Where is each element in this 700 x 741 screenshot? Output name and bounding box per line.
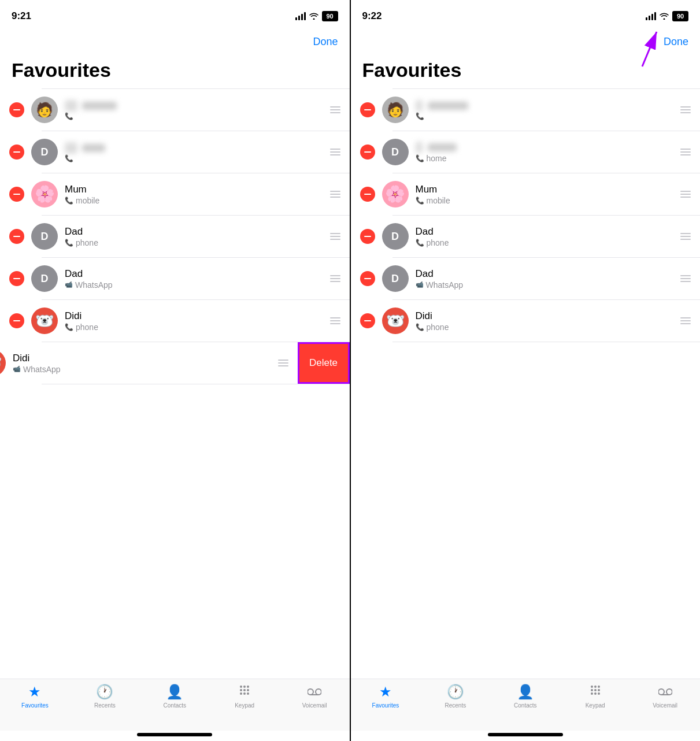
- svg-point-19: [598, 689, 600, 691]
- tab-voicemail-right[interactable]: Voicemail: [630, 684, 700, 709]
- tab-favourites-left[interactable]: ★ Favourites: [0, 684, 70, 709]
- svg-point-20: [591, 692, 593, 695]
- item-name: Dad: [416, 226, 676, 238]
- item-sub-label: home: [427, 154, 447, 163]
- reorder-handle[interactable]: [680, 275, 691, 282]
- reorder-handle[interactable]: [278, 360, 288, 366]
- svg-point-10: [316, 689, 321, 695]
- item-name: Mum: [65, 184, 325, 195]
- battery-left: 90: [322, 11, 338, 21]
- keypad-icon: [589, 684, 602, 700]
- tab-favourites-right[interactable]: ★ Favourites: [351, 684, 421, 709]
- item-info: D​​ 📞: [416, 100, 676, 120]
- delete-minus-btn[interactable]: [9, 229, 24, 244]
- delete-button[interactable]: Delete: [298, 342, 350, 384]
- swiped-list-item: 🐻‍❄️ Didi 📹 WhatsApp Delete: [0, 342, 350, 384]
- reorder-handle[interactable]: [330, 191, 340, 198]
- svg-point-1: [243, 686, 246, 688]
- phone-icon: 📞: [416, 112, 424, 120]
- reorder-handle[interactable]: [680, 317, 691, 324]
- item-info: Mum 📞 mobile: [65, 184, 325, 205]
- battery-right: 90: [672, 11, 688, 21]
- favourites-list-right: 🧑 D​​ 📞 D D​: [351, 89, 701, 679]
- reorder-handle[interactable]: [330, 317, 340, 324]
- list-item: 🌸 Mum 📞 mobile: [351, 173, 701, 215]
- item-name: Da​​: [65, 142, 325, 154]
- tab-keypad-left[interactable]: Keypad: [210, 684, 280, 709]
- tab-label: Recents: [445, 702, 466, 709]
- tab-voicemail-left[interactable]: Voicemail: [280, 684, 350, 709]
- signal-icon-right: [646, 12, 656, 20]
- delete-minus-btn[interactable]: [9, 187, 24, 202]
- item-sub-label: phone: [76, 323, 98, 332]
- voicemail-icon: [658, 684, 672, 700]
- reorder-handle[interactable]: [680, 106, 691, 113]
- tab-bar-right: ★ Favourites 🕐 Recents 👤 Contacts: [351, 679, 701, 731]
- reorder-handle[interactable]: [330, 275, 340, 282]
- reorder-handle[interactable]: [330, 233, 340, 240]
- delete-minus-btn[interactable]: [360, 187, 375, 202]
- svg-point-18: [594, 689, 597, 691]
- reorder-handle[interactable]: [680, 191, 691, 198]
- list-item: 🌸 Mum 📞 mobile: [0, 173, 350, 215]
- tab-contacts-left[interactable]: 👤 Contacts: [140, 684, 210, 709]
- phone-icon: 📞: [416, 239, 424, 247]
- tab-label: Keypad: [235, 702, 254, 709]
- panel-title-left: Favourites: [0, 54, 350, 88]
- svg-point-5: [247, 689, 249, 691]
- tab-keypad-right[interactable]: Keypad: [560, 684, 630, 709]
- delete-minus-btn[interactable]: [9, 102, 24, 117]
- item-sub: 📞 phone: [416, 238, 676, 247]
- tab-label: Favourites: [372, 702, 399, 709]
- item-info: Mum 📞 mobile: [416, 184, 676, 205]
- video-icon: 📹: [13, 365, 21, 373]
- panel-title-right: Favourites: [351, 54, 701, 88]
- item-sub-label: phone: [427, 238, 449, 247]
- item-info: Dad 📹 WhatsApp: [65, 268, 325, 290]
- svg-point-0: [240, 686, 242, 688]
- delete-minus-btn[interactable]: [360, 102, 375, 117]
- tab-label: Contacts: [164, 702, 186, 709]
- item-name: Mum: [416, 184, 676, 195]
- reorder-handle[interactable]: [680, 233, 691, 240]
- delete-minus-btn[interactable]: [9, 271, 24, 286]
- tab-bar-left: ★ Favourites 🕐 Recents 👤 Contacts: [0, 679, 350, 731]
- item-sub: 📞: [65, 112, 325, 120]
- phone-icon: 📞: [65, 197, 73, 205]
- item-sub-label: mobile: [76, 196, 99, 205]
- delete-minus-btn[interactable]: [9, 145, 24, 160]
- delete-minus-btn[interactable]: [360, 271, 375, 286]
- item-sub: 📞 mobile: [65, 196, 325, 205]
- tab-recents-left[interactable]: 🕐 Recents: [70, 684, 140, 709]
- tab-recents-right[interactable]: 🕐 Recents: [420, 684, 490, 709]
- home-indicator: [137, 733, 212, 736]
- item-name: D​: [416, 142, 676, 153]
- done-button-right[interactable]: Done: [664, 36, 688, 48]
- item-sub: 📞 phone: [65, 238, 325, 247]
- svg-point-3: [240, 689, 242, 691]
- reorder-handle[interactable]: [680, 149, 691, 155]
- wifi-icon-right: [660, 13, 669, 20]
- done-button-left[interactable]: Done: [313, 36, 338, 48]
- reorder-handle[interactable]: [330, 106, 340, 113]
- tab-label: Voicemail: [302, 702, 327, 709]
- item-info: Didi 📞 phone: [416, 310, 676, 332]
- item-info: Da​​​​​​​ 📞: [65, 100, 325, 120]
- svg-point-16: [598, 686, 600, 688]
- phone-icon: 📞: [416, 323, 424, 331]
- item-name: Didi: [13, 353, 273, 364]
- tab-contacts-right[interactable]: 👤 Contacts: [490, 684, 560, 709]
- item-info: Didi 📹 WhatsApp: [13, 353, 273, 374]
- list-item: D Dad 📹 WhatsApp: [351, 258, 701, 299]
- svg-point-8: [247, 692, 249, 695]
- avatar: 🌸: [382, 181, 409, 208]
- video-icon: 📹: [65, 281, 73, 288]
- avatar: 🌸: [31, 181, 58, 208]
- phone-icon: 📞: [65, 323, 73, 331]
- reorder-handle[interactable]: [330, 149, 340, 155]
- delete-minus-btn[interactable]: [9, 313, 24, 328]
- home-indicator-right: [488, 733, 563, 736]
- delete-minus-btn[interactable]: [360, 229, 375, 244]
- delete-minus-btn[interactable]: [360, 145, 375, 160]
- delete-minus-btn[interactable]: [360, 313, 375, 328]
